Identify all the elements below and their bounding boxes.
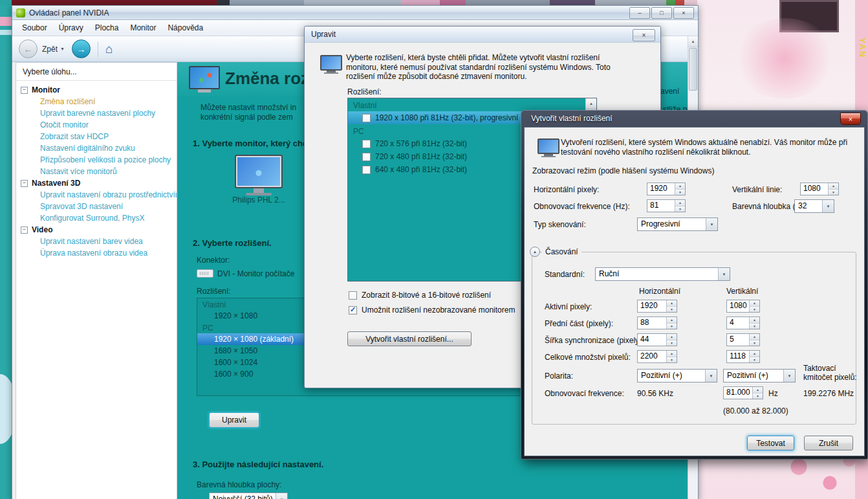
spin-down-icon[interactable]: ▼ bbox=[667, 324, 677, 329]
spin-up-icon[interactable]: ▲ bbox=[753, 387, 763, 394]
dropdown-arrow-icon[interactable]: ▼ bbox=[705, 370, 717, 382]
scroll-up-icon[interactable]: ▲ bbox=[586, 98, 596, 109]
back-button[interactable]: ← bbox=[19, 39, 38, 58]
standard-dropdown[interactable]: Ruční ▼ bbox=[595, 267, 730, 281]
spin-down-icon[interactable]: ▼ bbox=[750, 324, 759, 329]
maximize-button[interactable]: □ bbox=[651, 7, 672, 19]
spin-down-icon[interactable]: ▼ bbox=[667, 357, 677, 363]
collapse-toggle-icon[interactable]: ▲ bbox=[530, 247, 540, 257]
spin-up-icon[interactable]: ▲ bbox=[675, 183, 685, 190]
tree-item-upravit-barevne[interactable]: Upravit barevné nastavení plochy bbox=[21, 107, 177, 119]
tree-item-nastaveni-3d[interactable]: −Nastavení 3D bbox=[21, 177, 177, 189]
front-porch-v-spinner[interactable]: 4 ▲▼ bbox=[726, 316, 760, 329]
tree-item-velikost-pozice[interactable]: Přizpůsobení velikosti a pozice plochy bbox=[21, 154, 177, 166]
spin-up-icon[interactable]: ▲ bbox=[667, 317, 677, 324]
forward-button[interactable]: → bbox=[72, 39, 91, 58]
checkbox[interactable] bbox=[349, 291, 357, 300]
spin-down-icon[interactable]: ▼ bbox=[750, 340, 759, 346]
menu-plocha[interactable]: Plocha bbox=[89, 21, 125, 34]
allow-hidden-checkbox-row[interactable]: ✓ Umožnit rozlišení nezobrazované monito… bbox=[349, 305, 515, 315]
spin-down-icon[interactable]: ▼ bbox=[753, 394, 763, 399]
spin-down-icon[interactable]: ▼ bbox=[667, 340, 677, 346]
spin-up-icon[interactable]: ▲ bbox=[750, 351, 759, 357]
active-pixels-h-spinner[interactable]: 1920 ▲▼ bbox=[637, 300, 677, 313]
home-icon[interactable]: ⌂ bbox=[105, 42, 113, 56]
front-porch-h-spinner[interactable]: 88 ▲▼ bbox=[637, 316, 677, 329]
menu-napoveda[interactable]: Nápověda bbox=[162, 21, 209, 34]
back-dropdown-icon[interactable]: ▼ bbox=[60, 47, 65, 51]
edit-button[interactable]: Upravit bbox=[209, 412, 259, 428]
tree-item-video[interactable]: −Video bbox=[21, 224, 177, 236]
tree-item-monitor[interactable]: −Monitor bbox=[21, 84, 177, 96]
tree-item-barvy-videa[interactable]: Upravit nastavení barev videa bbox=[21, 236, 177, 247]
scan-type-dropdown[interactable]: Progresivní ▼ bbox=[637, 217, 718, 231]
sync-width-h-spinner[interactable]: 44 ▲▼ bbox=[637, 333, 677, 346]
spin-down-icon[interactable]: ▼ bbox=[667, 307, 677, 313]
checkbox[interactable] bbox=[362, 166, 371, 174]
spin-down-icon[interactable]: ▼ bbox=[675, 190, 685, 195]
edit-dialog-titlebar[interactable]: Upravit bbox=[305, 27, 660, 43]
custom-dialog-close-button[interactable]: × bbox=[840, 113, 861, 125]
polarity-v-dropdown[interactable]: Pozitivní (+) ▼ bbox=[723, 369, 796, 383]
scrollbar-thumb[interactable] bbox=[689, 48, 697, 91]
tree-item-digitalni-zvuk[interactable]: Nastavení digitálního zvuku bbox=[21, 142, 177, 154]
checkbox[interactable] bbox=[362, 114, 371, 122]
spin-down-icon[interactable]: ▼ bbox=[675, 206, 685, 212]
spin-up-icon[interactable]: ▲ bbox=[675, 200, 685, 206]
menu-upravy[interactable]: Úpravy bbox=[53, 21, 89, 34]
dropdown-arrow-icon[interactable]: ▼ bbox=[706, 218, 717, 230]
spin-down-icon[interactable]: ▼ bbox=[829, 190, 838, 195]
color-depth-dropdown[interactable]: 32 ▼ bbox=[794, 199, 834, 213]
dropdown-arrow-icon[interactable]: ▼ bbox=[276, 493, 287, 499]
spin-up-icon[interactable]: ▲ bbox=[750, 300, 759, 307]
sync-width-v-spinner[interactable]: 5 ▲▼ bbox=[726, 333, 760, 346]
menu-monitor[interactable]: Monitor bbox=[124, 21, 162, 34]
tree-collapse-icon[interactable]: − bbox=[21, 87, 28, 94]
vertical-lines-spinner[interactable]: 1080 ▲▼ bbox=[800, 183, 839, 195]
spin-up-icon[interactable]: ▲ bbox=[750, 317, 759, 324]
spin-up-icon[interactable]: ▲ bbox=[667, 300, 677, 307]
scroll-up-icon[interactable]: ▲ bbox=[688, 36, 698, 47]
close-button[interactable]: × bbox=[673, 7, 694, 19]
window-titlebar[interactable]: Ovládací panel NVIDIA – □ × bbox=[12, 6, 698, 20]
create-custom-resolution-button[interactable]: Vytvořit vlastní rozlišení... bbox=[347, 331, 472, 346]
spin-up-icon[interactable]: ▲ bbox=[667, 334, 677, 340]
edit-dialog-close-button[interactable]: × bbox=[633, 29, 655, 41]
cancel-button[interactable]: Zrušit bbox=[804, 436, 853, 450]
spin-down-icon[interactable]: ▼ bbox=[750, 307, 759, 313]
spin-up-icon[interactable]: ▲ bbox=[750, 334, 759, 340]
spin-up-icon[interactable]: ▲ bbox=[829, 183, 838, 190]
active-pixels-v-spinner[interactable]: 1080 ▲▼ bbox=[726, 300, 760, 313]
tree-item-obraz-videa[interactable]: Úprava nastavení obrazu videa bbox=[21, 247, 177, 259]
dropdown-arrow-icon[interactable]: ▼ bbox=[783, 370, 795, 382]
tree-item-hdcp[interactable]: Zobrazit stav HDCP bbox=[21, 131, 177, 142]
color-depth-dropdown[interactable]: Nejvyšší (32 bitů) ▼ bbox=[209, 493, 288, 499]
show-8bit-checkbox-row[interactable]: Zobrazit 8-bitové a 16-bitové rozlišení bbox=[349, 291, 491, 300]
tree-item-surround-physx[interactable]: Konfigurovat Surround, PhysX bbox=[21, 212, 177, 224]
checkbox-checked[interactable]: ✓ bbox=[349, 306, 357, 315]
tree-item-obraz-prostrednictvim[interactable]: Upravit nastavení obrazu prostřednictvím bbox=[21, 189, 177, 201]
horizontal-pixels-spinner[interactable]: 1920 ▲▼ bbox=[647, 183, 686, 195]
tree-item-zmena-rozliseni[interactable]: Změna rozlišení bbox=[21, 96, 177, 107]
test-button[interactable]: Testovat bbox=[747, 436, 794, 450]
tree-item-otocit-monitor[interactable]: Otočit monitor bbox=[21, 119, 177, 131]
dropdown-arrow-icon[interactable]: ▼ bbox=[822, 200, 834, 212]
refresh-hz-spinner[interactable]: 81.000 ▲▼ bbox=[723, 386, 763, 399]
checkbox[interactable] bbox=[362, 153, 371, 161]
tree-item-spravovat-3d[interactable]: Spravovat 3D nastavení bbox=[21, 201, 177, 212]
spin-down-icon[interactable]: ▼ bbox=[750, 357, 759, 363]
menu-soubor[interactable]: Soubor bbox=[16, 21, 53, 34]
spin-up-icon[interactable]: ▲ bbox=[667, 351, 677, 357]
polarity-h-dropdown[interactable]: Pozitivní (+) ▼ bbox=[637, 369, 717, 383]
checkbox[interactable] bbox=[362, 140, 371, 148]
total-pixels-v-spinner[interactable]: 1118 ▲▼ bbox=[726, 350, 760, 363]
back-label[interactable]: Zpět bbox=[42, 45, 58, 54]
dropdown-arrow-icon[interactable]: ▼ bbox=[718, 268, 730, 280]
monitor-thumbnail[interactable] bbox=[232, 155, 286, 195]
tree-collapse-icon[interactable]: − bbox=[21, 180, 28, 187]
minimize-button[interactable]: – bbox=[629, 7, 650, 19]
tree-item-vice-monitoru[interactable]: Nastavit více monitorů bbox=[21, 166, 177, 177]
total-pixels-h-spinner[interactable]: 2200 ▲▼ bbox=[637, 350, 677, 363]
refresh-rate-spinner[interactable]: 81 ▲▼ bbox=[647, 199, 686, 212]
tree-collapse-icon[interactable]: − bbox=[21, 227, 28, 234]
